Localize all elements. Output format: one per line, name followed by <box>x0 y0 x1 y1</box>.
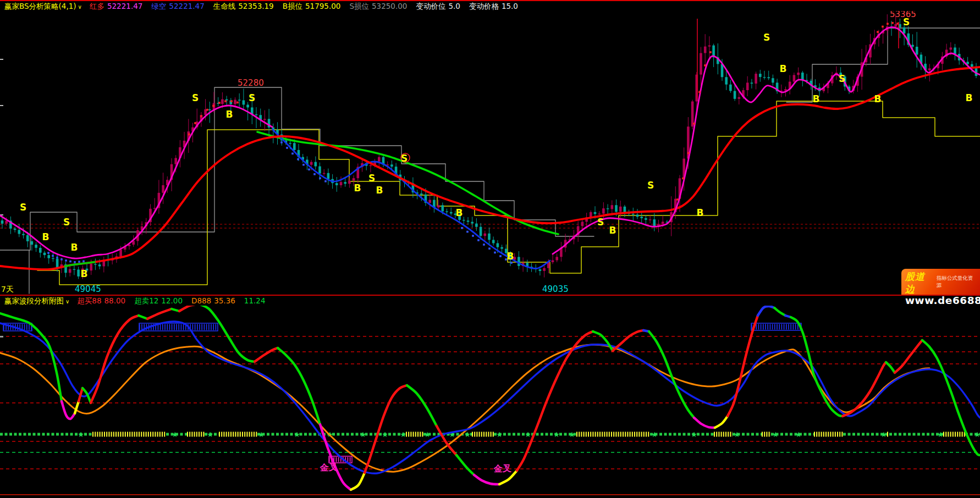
bs-signal-letter: S <box>839 73 845 84</box>
signal-dot <box>877 31 879 33</box>
bs-signal-letter: B <box>354 182 361 193</box>
readout-value: 52353.19 <box>238 2 273 10</box>
fast-oscillator-segment <box>895 340 922 373</box>
readout-label: B损位 <box>283 2 302 10</box>
signal-dot <box>60 258 63 261</box>
bs-signal-letter: B <box>609 225 616 236</box>
chevron-down-icon[interactable]: ∨ <box>78 4 82 10</box>
indicator1-title[interactable]: 赢家BS分析策略(4,1)∨ <box>4 2 82 10</box>
bs-signal-letter: B <box>71 242 78 253</box>
signal-dot <box>82 261 85 263</box>
fast-oscillator-segment <box>715 416 728 428</box>
signal-dot <box>494 252 496 254</box>
star-marker: ★ <box>553 430 560 439</box>
signal-dot <box>891 22 894 24</box>
signal-dot <box>676 198 679 201</box>
signal-dot <box>510 262 513 264</box>
readout-overbought: 超买8888.00 <box>77 296 125 305</box>
sub-indicator-header: 赢家波段分析附图∨超买8888.00超卖1212.00D88835.3611.2… <box>0 296 980 306</box>
star-marker: ★ <box>172 430 178 439</box>
star-marker: ★ <box>294 430 300 439</box>
signal-dot <box>461 227 463 229</box>
signal-dot <box>74 261 76 263</box>
fast-oscillator-segment <box>694 418 715 428</box>
readout-value: 52221.47 <box>107 2 142 10</box>
readout-label: 超买88 <box>77 296 101 305</box>
chevron-down-icon[interactable]: ∨ <box>65 298 69 305</box>
fast-oscillator-segment <box>179 306 199 311</box>
candlestick-chart[interactable]: SBSBBSBSBSBSBBSBSBSBBSBSB522805336549045… <box>0 11 980 295</box>
bs-signal-letter: B <box>376 185 383 196</box>
signal-dot <box>319 177 321 179</box>
oscillator-chart[interactable]: ★★★★★★★★★★★★★★★★★★★★★★★★金叉金叉 <box>0 306 980 494</box>
readout-tick-value: 变动价格15.0 <box>469 2 518 10</box>
readout-lvkong: 绿空52221.47 <box>151 2 204 10</box>
star-marker: ★ <box>78 430 84 439</box>
readout-label: 超卖12 <box>134 296 158 305</box>
readout-label: D888 <box>191 296 211 305</box>
main-indicator-header: 赢家BS分析策略(4,1)∨红多52221.47绿空52221.47生命线523… <box>0 1 980 11</box>
bs-signal-letter: B <box>226 109 233 120</box>
bs-signal-letter: S <box>20 202 26 213</box>
axis-tick <box>0 105 3 106</box>
fast-oscillator-segment <box>791 317 843 416</box>
readout-lifeline: 生命线52353.19 <box>213 2 274 10</box>
star-marker: ★ <box>937 430 944 439</box>
signal-dot <box>47 252 49 254</box>
bs-signal-letter: B <box>780 63 787 74</box>
signal-dot <box>698 91 701 93</box>
signal-dot <box>194 122 196 124</box>
signal-dot <box>291 153 294 155</box>
golden-cross-label: 金叉 <box>320 462 338 473</box>
star-marker: ★ <box>207 430 213 439</box>
fast-oscillator-segment <box>517 331 593 471</box>
signal-dot <box>69 261 71 263</box>
axis-tick <box>0 59 3 60</box>
readout-value: 11.24 <box>244 296 266 305</box>
fast-oscillator-segment <box>91 316 139 403</box>
indicator2-title-label: 赢家波段分析附图 <box>4 296 64 305</box>
signal-dot <box>483 244 485 246</box>
watermark-banner[interactable]: 股道边 指标公式量化资源 www.de6688.com <box>901 269 980 295</box>
indicator1-title-label: 赢家BS分析策略(4,1) <box>4 2 76 10</box>
readout-label: 变动价位 <box>416 2 445 10</box>
signal-dot <box>280 141 283 143</box>
signal-dot <box>297 158 299 161</box>
readout-value: 53250.00 <box>372 2 407 10</box>
signal-dot <box>499 255 502 257</box>
bs-signal-letter: S <box>401 153 408 164</box>
bs-signal-letter: S <box>368 173 375 184</box>
bs-signal-letter: S <box>63 217 70 228</box>
bs-signal-letter: S <box>763 32 770 43</box>
fast-oscillator-segment <box>199 306 255 362</box>
price-label: 52280 <box>238 78 264 88</box>
candles-layer <box>1 14 978 279</box>
fast-oscillator-segment <box>843 362 886 416</box>
signal-dot <box>887 23 889 25</box>
readout-label: 变动价格 <box>469 2 499 10</box>
bs-signal-letter: B <box>507 251 514 262</box>
fast-oscillator-segment <box>774 308 785 316</box>
readout-value: 51795.00 <box>305 2 340 10</box>
signal-dot <box>477 239 480 241</box>
signal-dot <box>236 102 239 104</box>
axis-tick <box>0 336 3 337</box>
signal-dot <box>230 100 233 102</box>
readout-value: 15.0 <box>502 2 518 10</box>
signal-dot <box>709 51 712 53</box>
fast-oscillator-segment <box>278 348 320 424</box>
signal-dot <box>206 109 208 111</box>
bs-signal-letter: S <box>249 92 255 103</box>
watermark-url[interactable]: www.de6688.com <box>905 295 977 306</box>
signal-dot <box>224 100 227 102</box>
indicator2-title[interactable]: 赢家波段分析附图∨ <box>4 296 69 305</box>
star-marker: ★ <box>258 430 265 439</box>
price-label: 49035 <box>542 284 569 294</box>
signal-dot <box>286 147 288 149</box>
fast-oscillator-segment <box>649 331 694 418</box>
magenta-fast-line <box>0 106 272 258</box>
readout-value: 52221.47 <box>169 2 204 10</box>
signal-dot <box>302 164 305 166</box>
price-label: 53365 <box>890 11 916 19</box>
star-marker: ★ <box>424 430 431 439</box>
